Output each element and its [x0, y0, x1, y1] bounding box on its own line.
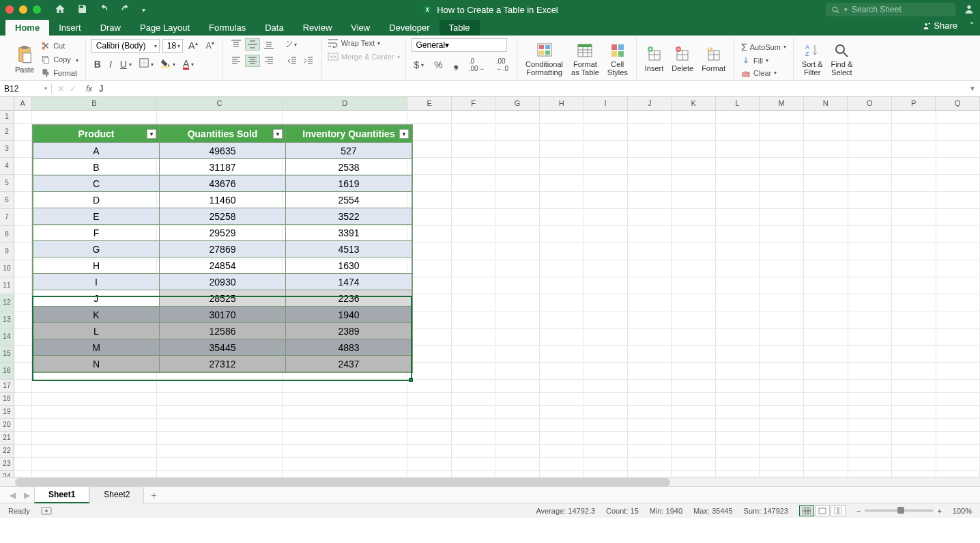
bold-button[interactable]: B — [91, 57, 104, 71]
cell[interactable] — [848, 329, 893, 346]
filter-icon[interactable]: ▾ — [147, 129, 156, 139]
table-cell[interactable]: L — [33, 323, 160, 339]
number-format-dropdown[interactable]: General▾ — [412, 38, 507, 52]
cell[interactable] — [283, 419, 408, 432]
cell[interactable] — [804, 471, 848, 477]
cell[interactable] — [804, 175, 848, 192]
table-cell[interactable]: 4883 — [286, 339, 412, 356]
cell[interactable] — [452, 226, 496, 243]
cell[interactable] — [716, 471, 760, 477]
cell[interactable] — [848, 458, 893, 471]
cell[interactable] — [848, 226, 893, 243]
cell[interactable] — [936, 158, 980, 175]
cell[interactable] — [716, 158, 760, 175]
tab-view[interactable]: View — [341, 20, 379, 36]
cell[interactable] — [157, 432, 283, 445]
cell[interactable] — [848, 111, 893, 124]
row-header-22[interactable]: 22 — [0, 445, 14, 458]
cell[interactable] — [760, 432, 804, 445]
column-header-H[interactable]: H — [540, 97, 584, 110]
increase-font-icon[interactable]: A▴ — [186, 38, 201, 53]
tab-table[interactable]: Table — [439, 20, 480, 36]
column-header-A[interactable]: A — [14, 97, 32, 110]
cell[interactable] — [283, 406, 408, 419]
cell[interactable] — [848, 363, 893, 380]
cell[interactable] — [407, 419, 452, 432]
table-header[interactable]: Inventory Quantities▾ — [286, 126, 412, 143]
cell[interactable] — [495, 243, 540, 260]
cell[interactable] — [157, 458, 283, 471]
cell[interactable] — [540, 260, 584, 277]
cell[interactable] — [892, 363, 936, 380]
cut-button[interactable]: Cut — [40, 40, 80, 51]
cell[interactable] — [583, 445, 628, 458]
row-header-10[interactable]: 10 — [0, 260, 14, 277]
sheet-nav-next-icon[interactable]: ▶ — [20, 490, 34, 500]
filter-icon[interactable]: ▾ — [273, 129, 283, 139]
row-header-1[interactable]: 1 — [0, 111, 14, 124]
cell[interactable] — [540, 406, 584, 419]
cell[interactable] — [716, 432, 760, 445]
undo-icon[interactable] — [98, 3, 109, 16]
cell[interactable] — [628, 124, 672, 141]
cell[interactable] — [157, 445, 283, 458]
cell[interactable] — [407, 209, 452, 226]
cell[interactable] — [452, 175, 496, 192]
cell[interactable] — [407, 124, 452, 141]
cell[interactable] — [672, 141, 716, 158]
row-header-9[interactable]: 9 — [0, 243, 14, 260]
cell[interactable] — [407, 445, 452, 458]
fill-color-button[interactable]: ▾ — [158, 57, 177, 71]
table-cell[interactable]: N — [33, 356, 160, 372]
name-box[interactable]: B12▾ — [0, 84, 52, 94]
cell[interactable] — [540, 363, 584, 380]
cell[interactable] — [892, 445, 936, 458]
cell[interactable] — [283, 432, 408, 445]
cell[interactable] — [14, 175, 32, 192]
cell[interactable] — [407, 311, 452, 329]
merge-center-button[interactable]: Merge & Center ▾ — [328, 52, 400, 61]
cell[interactable] — [628, 158, 672, 175]
align-middle-icon[interactable] — [245, 38, 260, 51]
cell[interactable] — [892, 277, 936, 294]
cell[interactable] — [495, 192, 540, 209]
table-cell[interactable]: 25258 — [160, 208, 286, 225]
cell[interactable] — [452, 277, 496, 294]
table-cell[interactable]: 28525 — [160, 290, 286, 307]
cell[interactable] — [628, 192, 672, 209]
cell[interactable] — [804, 363, 848, 380]
cell[interactable] — [540, 311, 584, 329]
cell[interactable] — [936, 380, 980, 393]
sheet-tab-sheet1[interactable]: Sheet1 — [34, 486, 89, 503]
cell[interactable] — [583, 294, 628, 311]
paste-button[interactable]: Paste — [12, 45, 37, 74]
cell[interactable] — [583, 406, 628, 419]
cell[interactable] — [540, 393, 584, 406]
cell[interactable] — [804, 432, 848, 445]
cell[interactable] — [540, 243, 584, 260]
spreadsheet-grid[interactable]: ABCDEFGHIJKLMNOPQ 1234567891011121314151… — [0, 97, 980, 477]
format-painter-button[interactable]: Format — [40, 68, 80, 79]
cell[interactable] — [892, 346, 936, 363]
table-cell[interactable]: 11460 — [160, 192, 286, 208]
cell[interactable] — [848, 175, 893, 192]
fx-icon[interactable]: fx — [82, 84, 96, 94]
row-header-21[interactable]: 21 — [0, 432, 14, 445]
cell[interactable] — [540, 226, 584, 243]
cell[interactable] — [848, 471, 893, 477]
cell[interactable] — [495, 380, 540, 393]
cell[interactable] — [495, 277, 540, 294]
table-cell[interactable]: 2538 — [286, 159, 412, 176]
cell[interactable] — [495, 406, 540, 419]
cell[interactable] — [892, 393, 936, 406]
cell[interactable] — [760, 393, 804, 406]
cell[interactable] — [716, 294, 760, 311]
row-header-13[interactable]: 13 — [0, 311, 14, 329]
cell[interactable] — [892, 124, 936, 141]
column-header-B[interactable]: B — [32, 97, 158, 110]
cell[interactable] — [14, 209, 32, 226]
cell[interactable] — [157, 471, 283, 477]
column-header-G[interactable]: G — [495, 97, 540, 110]
tab-developer[interactable]: Developer — [379, 20, 439, 36]
cell[interactable] — [540, 458, 584, 471]
